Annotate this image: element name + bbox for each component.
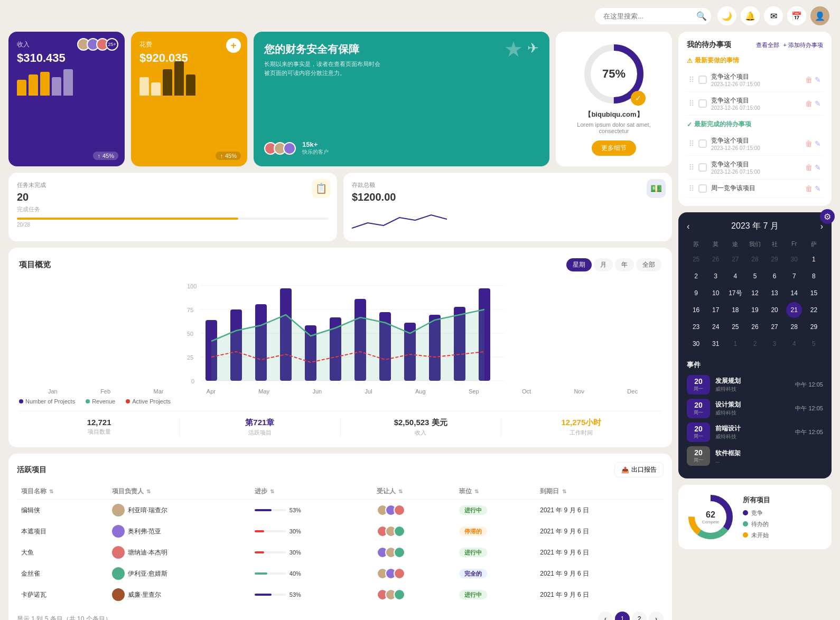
todo-delete-5[interactable]: 🗑 [805, 184, 813, 193]
cal-day-26[interactable]: 26 [708, 251, 724, 267]
col-manager: 项目负责人 ⇅ [108, 484, 250, 500]
cal-day-2[interactable]: 2 [688, 268, 704, 284]
tab-year[interactable]: 年 [615, 258, 634, 271]
cal-day-n5[interactable]: 5 [806, 336, 822, 352]
cal-day-14[interactable]: 14 [786, 285, 802, 301]
todo-view-all[interactable]: 查看全部 [756, 41, 779, 49]
todo-edit-4[interactable]: ✎ [815, 163, 821, 172]
cal-day-30[interactable]: 30 [786, 251, 802, 267]
calendar-icon[interactable]: 📅 [787, 6, 806, 25]
moon-icon[interactable]: 🌙 [717, 6, 736, 25]
drag-handle-4[interactable]: ⠿ [689, 163, 694, 172]
cal-day-28b[interactable]: 28 [786, 319, 802, 335]
cal-next-btn[interactable]: › [820, 222, 823, 231]
todo-delete-2[interactable]: 🗑 [805, 99, 813, 108]
tab-month[interactable]: 月 [594, 258, 613, 271]
todo-checkbox-1[interactable] [698, 76, 707, 84]
cal-day-23[interactable]: 23 [688, 319, 704, 335]
mail-icon[interactable]: ✉ [764, 6, 783, 25]
cal-day-9[interactable]: 9 [688, 285, 704, 301]
cal-event-4: 20 周一 软件框架 ... [687, 446, 823, 466]
cal-day-27[interactable]: 27 [727, 251, 743, 267]
todo-edit-2[interactable]: ✎ [815, 99, 821, 108]
cal-day-15[interactable]: 15 [806, 285, 822, 301]
todo-checkbox-4[interactable] [698, 163, 707, 172]
todo-checkbox-2[interactable] [698, 99, 707, 108]
cal-day-4[interactable]: 4 [727, 268, 743, 284]
todo-delete-3[interactable]: 🗑 [805, 139, 813, 148]
cal-day-5[interactable]: 5 [747, 268, 763, 284]
cal-day-25b[interactable]: 25 [727, 319, 743, 335]
donut-title: 所有项目 [743, 495, 823, 505]
cal-day-n1[interactable]: 1 [727, 336, 743, 352]
user-avatar[interactable]: 👤 [810, 6, 829, 25]
drag-handle-5[interactable]: ⠿ [689, 184, 694, 193]
drag-handle-2[interactable]: ⠿ [689, 99, 694, 108]
cal-day-28[interactable]: 28 [747, 251, 763, 267]
todo-delete-4[interactable]: 🗑 [805, 163, 813, 172]
gear-icon[interactable]: ⚙ [820, 209, 835, 224]
cal-day-25[interactable]: 25 [688, 251, 704, 267]
bar-e3 [163, 69, 172, 96]
cal-day-n3[interactable]: 3 [767, 336, 782, 352]
row-due-3: 2021 年 9 月 6 日 [536, 542, 664, 563]
todo-checkbox-5[interactable] [698, 184, 707, 193]
cal-day-19[interactable]: 19 [747, 302, 763, 318]
search-input[interactable] [603, 12, 692, 20]
expense-add-btn[interactable]: + [226, 38, 241, 53]
savings-amount: $1200.00 [352, 191, 664, 203]
cal-day-21[interactable]: 21 [786, 302, 802, 318]
cal-day-n4[interactable]: 4 [786, 336, 802, 352]
cal-day-24[interactable]: 24 [708, 319, 724, 335]
todo-edit-5[interactable]: ✎ [815, 184, 821, 193]
cal-day-17[interactable]: 17 [708, 302, 724, 318]
page-2-btn[interactable]: 2 [632, 612, 647, 620]
right-sidebar: 我的待办事项 查看全部 + 添加待办事项 ⚠ 最新要做的事情 ⠿ 竞争这个项目 … [678, 32, 832, 620]
cal-day-12[interactable]: 12 [747, 285, 763, 301]
gauge-card: 75% ✓ 【biqubiqu.com】 Lorem ipsum dolor s… [556, 32, 672, 166]
todo-checkbox-3[interactable] [698, 139, 707, 148]
cal-day-3[interactable]: 3 [708, 268, 724, 284]
tab-all[interactable]: 全部 [636, 258, 661, 271]
cal-day-30b[interactable]: 30 [688, 336, 704, 352]
cal-day-29[interactable]: 29 [767, 251, 782, 267]
bell-icon[interactable]: 🔔 [741, 6, 760, 25]
cal-event-daystr-2: 周一 [691, 409, 706, 416]
cal-day-29b[interactable]: 29 [806, 319, 822, 335]
cal-day-7[interactable]: 7 [786, 268, 802, 284]
todo-add[interactable]: + 添加待办事项 [783, 41, 823, 49]
cal-day-13[interactable]: 13 [767, 285, 782, 301]
export-btn[interactable]: 📤 出口报告 [614, 462, 664, 477]
cal-day-26b[interactable]: 26 [747, 319, 763, 335]
stat-hours-num: 12,275小时 [501, 418, 661, 428]
cal-day-8[interactable]: 8 [806, 268, 822, 284]
next-page-btn[interactable]: › [649, 612, 664, 620]
drag-handle-3[interactable]: ⠿ [689, 139, 694, 148]
cal-day-22[interactable]: 22 [806, 302, 822, 318]
cal-day-27b[interactable]: 27 [767, 319, 782, 335]
page-1-btn[interactable]: 1 [615, 612, 630, 620]
cal-day-31[interactable]: 31 [708, 336, 724, 352]
cal-day-18[interactable]: 18 [727, 302, 743, 318]
cal-day-n2[interactable]: 2 [747, 336, 763, 352]
todo-edit-3[interactable]: ✎ [815, 139, 821, 148]
cal-day-11[interactable]: 17号 [727, 285, 743, 301]
gauge-btn[interactable]: 更多细节 [592, 140, 636, 156]
cal-day-6[interactable]: 6 [767, 268, 782, 284]
tab-week[interactable]: 星期 [566, 258, 592, 271]
prev-page-btn[interactable]: ‹ [598, 612, 613, 620]
cal-day-20[interactable]: 20 [767, 302, 782, 318]
drag-handle-1[interactable]: ⠿ [689, 76, 694, 84]
todo-card: 我的待办事项 查看全部 + 添加待办事项 ⚠ 最新要做的事情 ⠿ 竞争这个项目 … [678, 32, 832, 206]
todo-edit-1[interactable]: ✎ [815, 76, 821, 84]
todo-delete-1[interactable]: 🗑 [805, 76, 813, 84]
stat-revenue-num: $2,50,523 美元 [341, 418, 501, 428]
search-box[interactable]: 🔍 [595, 8, 711, 24]
revenue-bar-chart [17, 69, 116, 96]
row-status-3: 进行中 [459, 548, 487, 557]
cal-day-16[interactable]: 16 [688, 302, 704, 318]
cal-day-1[interactable]: 1 [806, 251, 822, 267]
active-projects-card: 活跃项目 📤 出口报告 项目名称 ⇅ 项目负责人 ⇅ 进步 ⇅ 受让人 ⇅ 班位 [8, 454, 672, 620]
cal-day-10[interactable]: 10 [708, 285, 724, 301]
cal-prev-btn[interactable]: ‹ [687, 222, 689, 231]
